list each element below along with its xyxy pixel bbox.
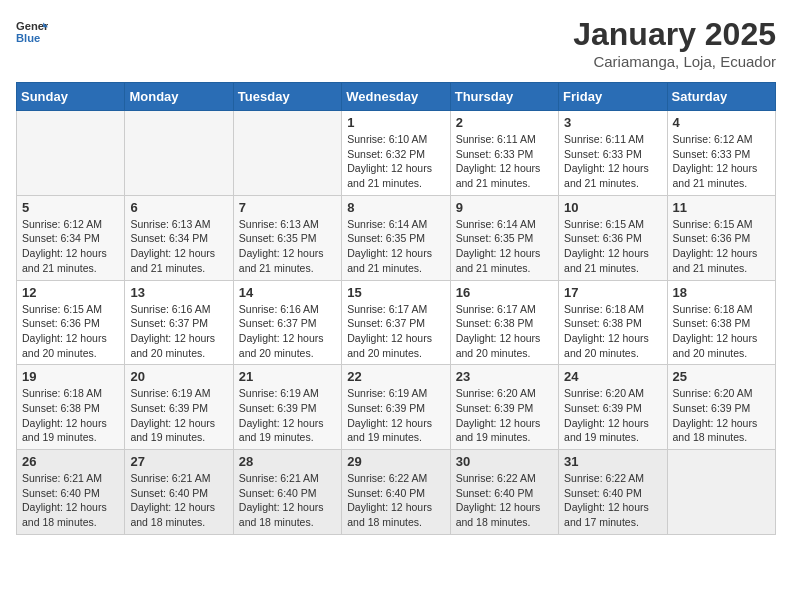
day-number: 15 [347,285,444,300]
calendar-day-cell: 22Sunrise: 6:19 AM Sunset: 6:39 PM Dayli… [342,365,450,450]
calendar-week-row: 12Sunrise: 6:15 AM Sunset: 6:36 PM Dayli… [17,280,776,365]
day-number: 25 [673,369,770,384]
day-number: 9 [456,200,553,215]
day-number: 11 [673,200,770,215]
title-block: January 2025 Cariamanga, Loja, Ecuador [573,16,776,70]
calendar-day-cell: 1Sunrise: 6:10 AM Sunset: 6:32 PM Daylig… [342,111,450,196]
calendar-day-cell: 5Sunrise: 6:12 AM Sunset: 6:34 PM Daylig… [17,195,125,280]
weekday-header-row: SundayMondayTuesdayWednesdayThursdayFrid… [17,83,776,111]
day-number: 6 [130,200,227,215]
day-info: Sunrise: 6:20 AM Sunset: 6:39 PM Dayligh… [456,386,553,445]
calendar-day-cell: 16Sunrise: 6:17 AM Sunset: 6:38 PM Dayli… [450,280,558,365]
day-info: Sunrise: 6:11 AM Sunset: 6:33 PM Dayligh… [564,132,661,191]
day-number: 22 [347,369,444,384]
day-number: 18 [673,285,770,300]
calendar-day-cell: 4Sunrise: 6:12 AM Sunset: 6:33 PM Daylig… [667,111,775,196]
day-number: 14 [239,285,336,300]
page-header: General Blue January 2025 Cariamanga, Lo… [16,16,776,70]
day-info: Sunrise: 6:19 AM Sunset: 6:39 PM Dayligh… [130,386,227,445]
day-info: Sunrise: 6:10 AM Sunset: 6:32 PM Dayligh… [347,132,444,191]
calendar-day-cell: 31Sunrise: 6:22 AM Sunset: 6:40 PM Dayli… [559,450,667,535]
day-info: Sunrise: 6:21 AM Sunset: 6:40 PM Dayligh… [130,471,227,530]
day-number: 13 [130,285,227,300]
day-info: Sunrise: 6:19 AM Sunset: 6:39 PM Dayligh… [239,386,336,445]
day-info: Sunrise: 6:18 AM Sunset: 6:38 PM Dayligh… [564,302,661,361]
day-number: 17 [564,285,661,300]
day-number: 2 [456,115,553,130]
calendar-day-cell: 11Sunrise: 6:15 AM Sunset: 6:36 PM Dayli… [667,195,775,280]
calendar-day-cell: 27Sunrise: 6:21 AM Sunset: 6:40 PM Dayli… [125,450,233,535]
calendar-day-cell: 14Sunrise: 6:16 AM Sunset: 6:37 PM Dayli… [233,280,341,365]
calendar-day-cell: 24Sunrise: 6:20 AM Sunset: 6:39 PM Dayli… [559,365,667,450]
calendar-day-cell: 30Sunrise: 6:22 AM Sunset: 6:40 PM Dayli… [450,450,558,535]
day-number: 27 [130,454,227,469]
day-info: Sunrise: 6:16 AM Sunset: 6:37 PM Dayligh… [130,302,227,361]
day-number: 1 [347,115,444,130]
day-number: 28 [239,454,336,469]
day-info: Sunrise: 6:17 AM Sunset: 6:37 PM Dayligh… [347,302,444,361]
day-number: 26 [22,454,119,469]
calendar-day-cell: 19Sunrise: 6:18 AM Sunset: 6:38 PM Dayli… [17,365,125,450]
calendar-day-cell: 8Sunrise: 6:14 AM Sunset: 6:35 PM Daylig… [342,195,450,280]
calendar-day-cell: 12Sunrise: 6:15 AM Sunset: 6:36 PM Dayli… [17,280,125,365]
calendar-day-cell [233,111,341,196]
calendar-day-cell: 10Sunrise: 6:15 AM Sunset: 6:36 PM Dayli… [559,195,667,280]
day-info: Sunrise: 6:13 AM Sunset: 6:35 PM Dayligh… [239,217,336,276]
day-number: 16 [456,285,553,300]
day-info: Sunrise: 6:19 AM Sunset: 6:39 PM Dayligh… [347,386,444,445]
svg-text:Blue: Blue [16,32,40,44]
calendar-week-row: 26Sunrise: 6:21 AM Sunset: 6:40 PM Dayli… [17,450,776,535]
day-info: Sunrise: 6:11 AM Sunset: 6:33 PM Dayligh… [456,132,553,191]
day-number: 5 [22,200,119,215]
calendar-day-cell: 28Sunrise: 6:21 AM Sunset: 6:40 PM Dayli… [233,450,341,535]
day-number: 21 [239,369,336,384]
day-info: Sunrise: 6:22 AM Sunset: 6:40 PM Dayligh… [564,471,661,530]
day-info: Sunrise: 6:17 AM Sunset: 6:38 PM Dayligh… [456,302,553,361]
day-number: 3 [564,115,661,130]
calendar-day-cell: 15Sunrise: 6:17 AM Sunset: 6:37 PM Dayli… [342,280,450,365]
calendar-day-cell [17,111,125,196]
day-info: Sunrise: 6:16 AM Sunset: 6:37 PM Dayligh… [239,302,336,361]
day-info: Sunrise: 6:21 AM Sunset: 6:40 PM Dayligh… [239,471,336,530]
day-info: Sunrise: 6:20 AM Sunset: 6:39 PM Dayligh… [673,386,770,445]
day-info: Sunrise: 6:12 AM Sunset: 6:34 PM Dayligh… [22,217,119,276]
calendar-day-cell: 26Sunrise: 6:21 AM Sunset: 6:40 PM Dayli… [17,450,125,535]
day-info: Sunrise: 6:15 AM Sunset: 6:36 PM Dayligh… [673,217,770,276]
day-info: Sunrise: 6:22 AM Sunset: 6:40 PM Dayligh… [456,471,553,530]
day-number: 24 [564,369,661,384]
calendar-day-cell: 9Sunrise: 6:14 AM Sunset: 6:35 PM Daylig… [450,195,558,280]
day-number: 20 [130,369,227,384]
day-number: 4 [673,115,770,130]
calendar-day-cell: 6Sunrise: 6:13 AM Sunset: 6:34 PM Daylig… [125,195,233,280]
calendar-subtitle: Cariamanga, Loja, Ecuador [573,53,776,70]
weekday-header: Sunday [17,83,125,111]
day-number: 12 [22,285,119,300]
day-info: Sunrise: 6:13 AM Sunset: 6:34 PM Dayligh… [130,217,227,276]
calendar-day-cell: 20Sunrise: 6:19 AM Sunset: 6:39 PM Dayli… [125,365,233,450]
calendar-day-cell [667,450,775,535]
calendar-table: SundayMondayTuesdayWednesdayThursdayFrid… [16,82,776,535]
day-info: Sunrise: 6:15 AM Sunset: 6:36 PM Dayligh… [564,217,661,276]
day-info: Sunrise: 6:18 AM Sunset: 6:38 PM Dayligh… [22,386,119,445]
weekday-header: Monday [125,83,233,111]
calendar-week-row: 19Sunrise: 6:18 AM Sunset: 6:38 PM Dayli… [17,365,776,450]
weekday-header: Thursday [450,83,558,111]
day-info: Sunrise: 6:12 AM Sunset: 6:33 PM Dayligh… [673,132,770,191]
day-info: Sunrise: 6:22 AM Sunset: 6:40 PM Dayligh… [347,471,444,530]
day-number: 19 [22,369,119,384]
day-info: Sunrise: 6:15 AM Sunset: 6:36 PM Dayligh… [22,302,119,361]
weekday-header: Saturday [667,83,775,111]
calendar-day-cell: 29Sunrise: 6:22 AM Sunset: 6:40 PM Dayli… [342,450,450,535]
day-number: 29 [347,454,444,469]
calendar-week-row: 1Sunrise: 6:10 AM Sunset: 6:32 PM Daylig… [17,111,776,196]
day-info: Sunrise: 6:20 AM Sunset: 6:39 PM Dayligh… [564,386,661,445]
day-number: 10 [564,200,661,215]
calendar-day-cell: 21Sunrise: 6:19 AM Sunset: 6:39 PM Dayli… [233,365,341,450]
day-info: Sunrise: 6:14 AM Sunset: 6:35 PM Dayligh… [347,217,444,276]
day-number: 31 [564,454,661,469]
logo-icon: General Blue [16,16,48,48]
day-number: 30 [456,454,553,469]
calendar-day-cell: 17Sunrise: 6:18 AM Sunset: 6:38 PM Dayli… [559,280,667,365]
weekday-header: Friday [559,83,667,111]
calendar-week-row: 5Sunrise: 6:12 AM Sunset: 6:34 PM Daylig… [17,195,776,280]
